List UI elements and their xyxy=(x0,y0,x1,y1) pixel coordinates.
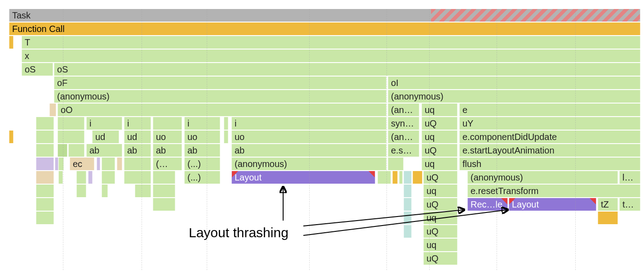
flame-bar-orange-sliver-2[interactable] xyxy=(9,131,13,143)
flame-bar-syn-te[interactable]: syn…te xyxy=(388,117,419,130)
flame-bar-teal-stub-3[interactable] xyxy=(404,198,412,211)
flame-bar-uQ-2[interactable]: uQ xyxy=(422,144,457,157)
flame-bar-uq-6[interactable]: uq xyxy=(423,239,457,251)
flame-bar-tan-sliver[interactable] xyxy=(117,158,122,170)
flame-bar-dots-1[interactable]: (… xyxy=(153,158,182,170)
flame-bar-uQ-4[interactable]: uQ xyxy=(423,198,457,211)
flame-bar-task[interactable]: Task xyxy=(9,9,640,22)
flame-bar-ec[interactable]: ec xyxy=(70,158,94,170)
flame-bar-orange-stub-1[interactable] xyxy=(413,171,422,184)
flame-bar-green-sliver-1[interactable] xyxy=(224,117,228,130)
flame-bar-lilac-sliver-3[interactable] xyxy=(88,171,93,184)
flame-bar-teal-stub-1[interactable] xyxy=(404,171,412,184)
flame-bar-oS-1[interactable]: oS xyxy=(22,63,53,76)
flame-bar-lilac-sliver-2[interactable] xyxy=(97,158,100,170)
flame-bar-uQ-3[interactable]: uQ xyxy=(423,171,457,184)
flame-bar-green-sliver-m[interactable] xyxy=(102,171,115,184)
flame-bar-e[interactable]: e xyxy=(459,104,640,116)
flame-bar-lilac-stub-1[interactable] xyxy=(36,158,54,170)
flame-bar-an-s-2[interactable]: (an…s) xyxy=(388,131,419,143)
flame-bar-green-stub-c[interactable] xyxy=(36,131,54,143)
flame-bar-function-call[interactable]: Function Call xyxy=(9,23,640,35)
flame-bar-green-sliver-s[interactable] xyxy=(102,185,108,197)
flame-bar-orange-stub-2[interactable] xyxy=(598,212,618,224)
flame-bar-dots-3[interactable]: (...) xyxy=(184,171,220,184)
flame-bar-uq-1[interactable]: uq xyxy=(422,104,457,116)
flame-bar-green-sliver-o[interactable] xyxy=(153,171,175,184)
flame-bar-tZ[interactable]: tZ xyxy=(598,198,618,211)
flame-bar-T[interactable]: T xyxy=(22,36,640,49)
flame-bar-uQ-6[interactable]: uQ xyxy=(423,252,457,265)
flame-bar-uQ-1[interactable]: uQ xyxy=(422,117,457,130)
flame-bar-l-dots[interactable]: l… xyxy=(619,171,640,184)
flame-bar-uo-2[interactable]: uo xyxy=(184,131,220,143)
flame-bar-oO[interactable]: oO xyxy=(58,104,386,116)
flame-bar-dots-2[interactable]: (...) xyxy=(184,158,220,170)
flame-bar-flush[interactable]: flush xyxy=(459,158,640,170)
flame-bar-green-sliver-j[interactable] xyxy=(388,158,404,170)
flame-bar-green-sliver-w[interactable] xyxy=(153,198,175,211)
flame-bar-uq-4[interactable]: uq xyxy=(423,185,457,197)
flame-bar-green-stub-x[interactable] xyxy=(36,212,54,224)
flame-bar-uQ-5[interactable]: uQ xyxy=(423,225,457,238)
flame-bar-green-sliver-l[interactable] xyxy=(76,171,86,184)
flame-bar-uY[interactable]: uY xyxy=(459,117,640,130)
flame-bar-orange-sliver-3[interactable] xyxy=(392,171,398,184)
flame-bar-i-1[interactable]: i xyxy=(86,117,122,130)
flame-bar-t-dots[interactable]: t… xyxy=(619,198,640,211)
flame-bar-i-3[interactable]: i xyxy=(184,117,220,130)
flame-bar-uq-2[interactable]: uq xyxy=(422,131,457,143)
flame-bar-green-sliver-p[interactable] xyxy=(399,171,403,184)
flame-bar-anonymous-2[interactable]: (anonymous) xyxy=(388,90,640,103)
flame-bar-ab-1[interactable]: ab xyxy=(86,144,122,157)
flame-bar-green-stub-e[interactable] xyxy=(36,144,54,157)
flame-bar-resetTransform[interactable]: e.resetTransform xyxy=(467,185,640,197)
flame-bar-orange-sliver[interactable] xyxy=(9,36,13,49)
flame-bar-tan-stub-2[interactable] xyxy=(36,171,54,184)
flame-bar-anonymous-1[interactable]: (anonymous) xyxy=(54,90,386,103)
flame-bar-oF[interactable]: oF xyxy=(54,77,386,89)
flame-bar-uo-1[interactable]: uo xyxy=(153,131,182,143)
flame-bar-startLayoutAnimation[interactable]: e.startLayoutAnimation xyxy=(459,144,640,157)
flame-bar-green-sliver-2a[interactable] xyxy=(224,131,228,143)
flame-bar-green-stub-q[interactable] xyxy=(36,185,54,197)
flame-bar-green-after-layout[interactable] xyxy=(378,171,391,184)
flame-bar-x[interactable]: x xyxy=(22,50,640,62)
flame-bar-componentDidUpdate[interactable]: e.componentDidUpdate xyxy=(459,131,640,143)
flame-bar-recalculate[interactable]: Rec…le xyxy=(467,198,508,211)
flame-bar-ud-1[interactable]: ud xyxy=(92,131,119,143)
flame-chart[interactable]: TaskFunction CallTxoSoSoFoI(anonymous)(a… xyxy=(9,9,640,270)
flame-bar-uq-3[interactable]: uq xyxy=(422,158,457,170)
flame-bar-green-sliver-h[interactable] xyxy=(102,158,115,170)
flame-bar-green-sliver-i[interactable] xyxy=(124,158,151,170)
flame-bar-green-sliver-t[interactable] xyxy=(135,185,151,197)
flame-bar-lilac-sliver-1[interactable] xyxy=(55,158,58,170)
flame-bar-green-sliver-r[interactable] xyxy=(76,185,86,197)
flame-bar-teal-stub-5[interactable] xyxy=(404,225,412,238)
flame-bar-layout-2[interactable]: Layout xyxy=(509,198,596,211)
flame-bar-green-stub-d[interactable] xyxy=(58,131,84,143)
flame-bar-ud-2[interactable]: ud xyxy=(124,131,151,143)
flame-bar-uq-5[interactable]: uq xyxy=(423,212,457,224)
flame-bar-green-stub-a[interactable] xyxy=(36,117,54,130)
flame-bar-i-gap[interactable] xyxy=(153,117,182,130)
flame-bar-e-s-ox[interactable]: e.s…ox xyxy=(388,144,419,157)
flame-bar-ab-4[interactable]: ab xyxy=(184,144,220,157)
flame-bar-greend-stub[interactable] xyxy=(58,144,67,157)
flame-bar-tan-stub-1[interactable] xyxy=(49,104,56,116)
flame-bar-green-sliver-u[interactable] xyxy=(153,185,175,197)
flame-bar-green-sliver-k[interactable] xyxy=(58,171,63,184)
flame-bar-green-sliver-n[interactable] xyxy=(124,171,151,184)
flame-bar-an-s-1[interactable]: (an…s) xyxy=(388,104,419,116)
flame-bar-teal-stub-4[interactable] xyxy=(404,212,412,224)
flame-bar-green-stub-f[interactable] xyxy=(68,144,84,157)
flame-bar-anonymous-4[interactable]: (anonymous) xyxy=(467,171,618,184)
flame-bar-teal-stub-2[interactable] xyxy=(404,185,412,197)
flame-bar-ab-2[interactable]: ab xyxy=(124,144,151,157)
flame-bar-i-2[interactable]: i xyxy=(124,117,151,130)
flame-bar-green-stub-b[interactable] xyxy=(58,117,84,130)
flame-bar-green-stub-v[interactable] xyxy=(36,198,54,211)
flame-bar-oI[interactable]: oI xyxy=(388,77,640,89)
flame-bar-ab-3[interactable]: ab xyxy=(153,144,182,157)
flame-bar-layout-1[interactable]: Layout xyxy=(231,171,375,184)
